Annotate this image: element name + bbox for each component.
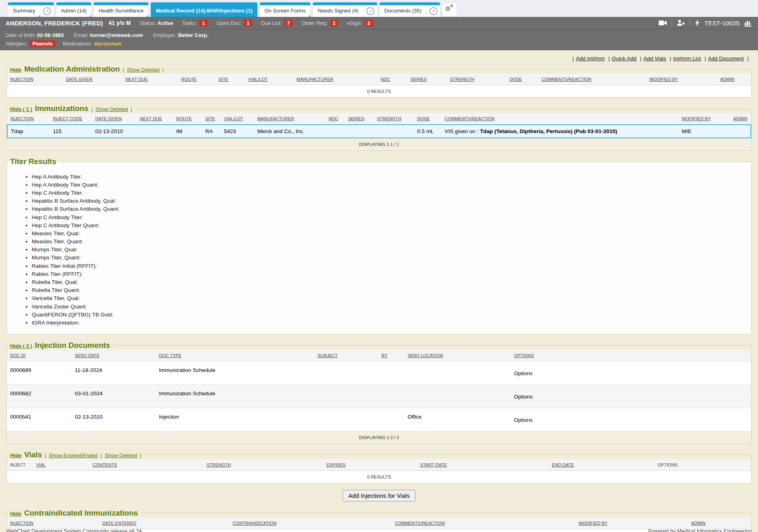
column-header[interactable]: INJECTION — [7, 113, 49, 125]
cell-serv-date: 11-18-2024 — [72, 361, 156, 384]
column-header[interactable]: STRENGTH — [447, 74, 506, 85]
tab-medical-record-active[interactable]: Medical Record (14):MAR/Injections (1) — [151, 2, 257, 17]
column-header[interactable]: SERIES — [345, 113, 374, 125]
options-menu-trigger[interactable]: Options — [511, 384, 751, 408]
tab-on-screen-forms[interactable]: On Screen Forms — [260, 2, 311, 17]
hide-vials-link[interactable]: Hide — [10, 452, 21, 458]
column-header[interactable]: SITE — [215, 74, 245, 85]
column-header[interactable]: COMMENTS/REACTION — [392, 518, 575, 529]
column-header[interactable]: MODIFIED BY — [679, 113, 730, 125]
column-header[interactable]: ROUTE — [173, 113, 202, 125]
column-header[interactable]: INJECTION — [7, 518, 99, 529]
column-header[interactable]: VIAL — [33, 459, 90, 471]
inj-imm-list-link[interactable]: Inj/Imm List — [673, 55, 701, 62]
column-header[interactable]: MANUFACTURER — [254, 113, 326, 125]
tab-summary-popout-button[interactable]: ↗ — [40, 2, 54, 17]
column-header[interactable]: EXPIRES — [323, 459, 417, 471]
options-menu-trigger[interactable]: Options — [511, 361, 751, 384]
column-header[interactable]: NDC — [378, 74, 407, 85]
add-vials-link[interactable]: Add Vials — [643, 55, 666, 62]
table-header-row: INJECTION DATE GIVEN NEXT DUE ROUTE SITE… — [7, 74, 751, 85]
column-header[interactable]: END DATE — [548, 459, 654, 471]
column-header[interactable]: BY — [378, 350, 405, 362]
column-header[interactable]: VIAL/LOT — [221, 113, 254, 125]
settings-gear-button[interactable]: ⚙ ⚙ — [442, 3, 457, 16]
column-header[interactable]: COMMENTS/REACTION — [442, 113, 679, 125]
show-deleted-vials-link[interactable]: Show Deleted — [105, 452, 137, 458]
add-injections-button-row: Add Injections for Vials — [6, 490, 752, 501]
column-header[interactable]: DATE GIVEN — [63, 74, 122, 85]
column-header[interactable]: ADMIN — [730, 113, 751, 125]
tab-summary[interactable]: Summary — [8, 2, 40, 17]
hide-medication-administration-link[interactable]: Hide — [10, 67, 21, 73]
document-row[interactable]: 0000682 03-01-2024 Immunization Schedule… — [7, 384, 751, 408]
tab-documents-popout-button[interactable]: ↗ — [426, 2, 440, 17]
column-header[interactable]: SUBJECT — [314, 350, 378, 362]
paging-row: DISPLAYING 1-3 / 3 — [7, 431, 751, 444]
column-header[interactable]: SERV DATE — [72, 350, 156, 362]
flowsheet-chart-icon[interactable] — [744, 20, 752, 27]
tasks-badge[interactable]: 1 — [199, 20, 207, 27]
tab-documents[interactable]: Documents (35) — [380, 2, 426, 17]
hide-immunizations-link[interactable]: Hide ( 1 ) — [10, 106, 32, 112]
medication-value[interactable]: alprazolam — [94, 41, 121, 47]
tab-admin[interactable]: Admin (14) — [56, 2, 92, 17]
titer-item: Hep C Antibody Titer: — [32, 189, 751, 197]
immunization-row-tdap[interactable]: Tdap 115 02-13-2010 IM RA 5423 Merck and… — [7, 125, 751, 138]
tab-needs-signed[interactable]: Needs Signed (4) — [313, 2, 363, 17]
tab-health-surveillance[interactable]: Health Surveillance — [94, 2, 148, 17]
lightning-icon[interactable] — [695, 19, 700, 27]
column-header[interactable]: START DATE — [417, 459, 549, 471]
column-header[interactable]: VIAL/LOT — [245, 74, 293, 85]
column-header[interactable]: STRENGTH — [203, 459, 323, 471]
column-header[interactable]: SERV LOCATION — [404, 350, 511, 362]
column-header[interactable]: SITE — [202, 113, 220, 125]
column-header[interactable]: STRENGTH — [374, 113, 414, 125]
column-header[interactable]: MODIFIED BY — [575, 518, 688, 529]
column-header[interactable]: MODIFIED BY — [646, 74, 717, 85]
column-header[interactable]: INJECT CODE — [49, 113, 92, 125]
order-req-badge[interactable]: 1 — [330, 20, 338, 27]
column-header[interactable]: NDC — [325, 113, 345, 125]
show-deleted-immunizations-link[interactable]: Show Deleted — [95, 106, 128, 112]
add-injections-for-vials-button[interactable]: Add Injections for Vials — [343, 490, 415, 501]
tab-needs-signed-popout-button[interactable]: ↗ — [364, 2, 377, 17]
add-document-link[interactable]: Add Document — [708, 55, 744, 62]
column-header[interactable]: DATE GIVEN — [92, 113, 137, 125]
show-deleted-medadmin-link[interactable]: Show Deleted — [127, 67, 159, 73]
column-header[interactable]: NEXT DUE — [137, 113, 173, 125]
column-header[interactable]: NEXT DUE — [122, 74, 178, 85]
document-row[interactable]: 0000689 11-18-2024 Immunization Schedule… — [7, 361, 751, 384]
column-header[interactable]: DOC TYPE — [156, 350, 314, 362]
allergy-badge[interactable]: Peanuts — [29, 40, 55, 47]
column-header[interactable]: ADMIN — [717, 74, 751, 85]
column-header[interactable]: ROUTE — [178, 74, 216, 85]
video-camera-icon[interactable] — [659, 20, 667, 26]
add-person-icon[interactable] — [677, 20, 685, 26]
column-header[interactable]: COMMENTS/REACTION — [538, 74, 646, 85]
column-header[interactable]: CONTRAINDICATION — [229, 518, 392, 529]
esign-badge[interactable]: 3 — [364, 20, 373, 27]
open-enc-badge[interactable]: 1 — [244, 20, 252, 27]
column-header[interactable]: DATE ENTERED — [99, 518, 230, 529]
column-header[interactable]: ADMIN — [688, 518, 751, 529]
column-header[interactable]: INJECTION — [7, 74, 63, 85]
column-header[interactable]: SERIES — [407, 74, 447, 85]
quick-add-link[interactable]: Quick Add — [612, 55, 637, 62]
hide-contraindicated-link[interactable]: Hide — [10, 511, 21, 517]
hide-injection-documents-link[interactable]: Hide ( 3 ) — [10, 343, 32, 349]
column-header[interactable]: MANUFACTURER — [294, 74, 378, 85]
column-header[interactable]: OPTIONS — [511, 350, 751, 362]
due-list-badge[interactable]: 7 — [284, 20, 293, 27]
column-header[interactable]: DOSE — [414, 113, 441, 125]
titer-item: Rabies Titer (RFFIT): — [32, 270, 751, 278]
column-header[interactable]: DOC ID — [7, 350, 72, 362]
options-menu-trigger[interactable]: Options — [511, 408, 751, 431]
patient-header-row1: ANDERSON, FREDERICK (FRED) 41 y/o M Stat… — [0, 17, 758, 29]
show-expired-ended-link[interactable]: Show Expired/Ended — [49, 452, 98, 458]
contraindicated-legend: Hide Contraindicated Immunizations — [8, 509, 141, 518]
document-row[interactable]: 0000541 02-13-2010 Injection Office Opti… — [7, 408, 751, 431]
column-header[interactable]: DOSE — [506, 74, 538, 85]
add-inj-imm-link[interactable]: Add Inj/Imm — [576, 55, 605, 62]
column-header[interactable]: CONTENTS — [89, 459, 203, 471]
